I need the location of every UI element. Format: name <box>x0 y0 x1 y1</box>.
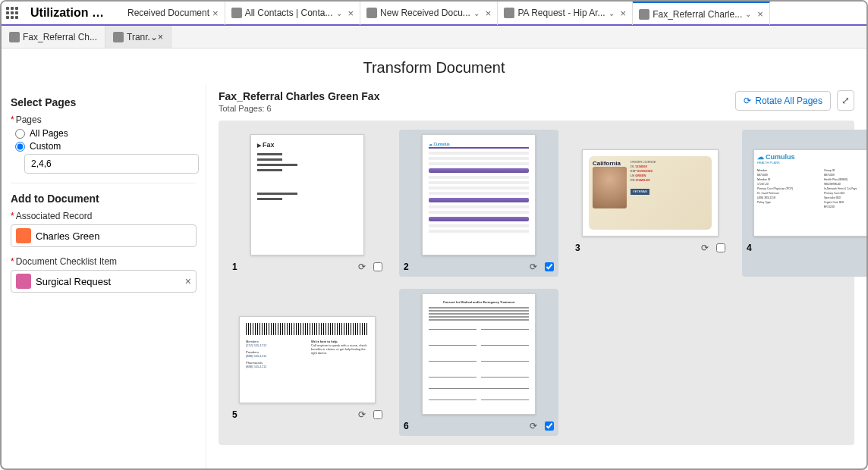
subtab-transform[interactable]: Tranr. ⌄ × <box>105 26 171 48</box>
account-icon <box>16 228 31 243</box>
page-thumbnail-3[interactable]: California DRIVER LICENSE DL 1234568 EXP… <box>571 130 730 277</box>
thumb-driver-license: California DRIVER LICENSE DL 1234568 EXP… <box>582 149 719 237</box>
rotate-icon[interactable]: ⟳ <box>358 409 366 420</box>
document-icon <box>639 9 649 20</box>
thumb-rx-card: Members (212) 555-1212 Providers (888) 5… <box>239 316 376 403</box>
chevron-down-icon[interactable]: ⌄ <box>473 9 480 17</box>
page-thumbnail-4[interactable]: Cumulus HEALTH PLANS MemberGroup ID 8875… <box>742 130 866 277</box>
chevron-down-icon[interactable]: ⌄ <box>609 9 615 17</box>
page-select-checkbox[interactable] <box>373 262 382 271</box>
associated-record-label: Associated Record <box>11 211 197 221</box>
add-to-document-heading: Add to Document <box>11 193 197 205</box>
close-icon[interactable]: × <box>757 8 763 20</box>
document-icon <box>9 32 20 42</box>
thumb-fax-cover: Fax <box>250 134 364 255</box>
page-number: 3 <box>575 243 580 253</box>
tab-pa-request[interactable]: PA Request - Hip Ar... ⌄ × <box>498 1 633 25</box>
rotate-icon[interactable]: ⟳ <box>530 262 537 272</box>
content-area: Fax_Referral Charles Green Fax Total Pag… <box>206 84 866 470</box>
page-select-checkbox[interactable] <box>545 262 554 271</box>
page-select-checkbox[interactable] <box>545 421 554 431</box>
tab-all-contacts[interactable]: All Contacts | Conta... ⌄ × <box>225 1 360 25</box>
tab-fax-referral[interactable]: Fax_Referral Charle... ⌄ × <box>633 1 770 25</box>
subtab-fax-referral[interactable]: Fax_Referral Ch... <box>2 26 105 48</box>
primary-tab-bar: Utilization Manage... Received Document … <box>2 2 866 26</box>
thumb-insurance-card: Cumulus HEALTH PLANS MemberGroup ID 8875… <box>753 149 866 237</box>
rotate-icon[interactable]: ⟳ <box>530 421 537 431</box>
custom-pages-input[interactable] <box>24 154 199 174</box>
sidebar: Select Pages Pages All Pages Custom Add … <box>2 84 206 470</box>
tab-new-received-doc[interactable]: New Received Docu... ⌄ × <box>360 1 498 25</box>
rotate-icon[interactable]: ⟳ <box>358 262 366 272</box>
contacts-icon <box>231 8 242 18</box>
page-number: 5 <box>232 409 237 420</box>
checklist-label: Document Checklist Item <box>11 256 197 267</box>
sub-tab-bar: Fax_Referral Ch... Tranr. ⌄ × <box>2 26 866 49</box>
checklist-icon <box>16 274 31 289</box>
rotate-icon[interactable]: ⟳ <box>701 243 709 253</box>
chevron-down-icon[interactable]: ⌄ <box>745 10 751 18</box>
rotate-all-pages-button[interactable]: ⟳ Rotate All Pages <box>735 91 831 111</box>
close-icon[interactable]: × <box>158 32 163 42</box>
tab-received-document[interactable]: Received Document × <box>121 1 225 25</box>
page-thumbnail-5[interactable]: Members (212) 555-1212 Providers (888) 5… <box>228 289 387 436</box>
thumb-referral-form: ☁ Cumulus <box>422 134 536 255</box>
page-number: 6 <box>404 421 409 431</box>
page-select-checkbox[interactable] <box>373 410 382 419</box>
document-title: Fax_Referral Charles Green Fax <box>219 90 379 102</box>
close-icon[interactable]: × <box>212 8 219 19</box>
thumb-consent-form: Consent for Medical and/or Emergency Tre… <box>422 293 536 415</box>
pages-label: Pages <box>11 114 197 125</box>
page-thumbnail-2[interactable]: ☁ Cumulus 2 ⟳ <box>399 130 558 277</box>
page-number: 2 <box>404 262 409 272</box>
app-name: Utilization Manage... <box>23 6 121 20</box>
page-select-checkbox[interactable] <box>716 243 725 252</box>
page-number: 1 <box>232 262 237 272</box>
page-title: Transform Document <box>2 49 866 84</box>
document-icon <box>113 32 124 42</box>
close-icon[interactable]: × <box>185 275 191 287</box>
radio-all-pages[interactable]: All Pages <box>15 128 197 139</box>
page-thumbnail-6[interactable]: Consent for Medical and/or Emergency Tre… <box>399 289 558 436</box>
rotate-icon: ⟳ <box>744 96 751 106</box>
close-icon[interactable]: × <box>486 8 492 19</box>
radio-custom[interactable]: Custom <box>15 141 197 152</box>
page-thumbnail-1[interactable]: Fax 1 ⟳ <box>228 130 387 277</box>
page-grid: Fax 1 ⟳ ☁ Cumulus <box>219 121 854 445</box>
associated-record-pill[interactable]: Charles Green <box>11 224 197 247</box>
chevron-down-icon[interactable]: ⌄ <box>336 9 342 17</box>
select-pages-heading: Select Pages <box>11 96 197 108</box>
page-number: 4 <box>747 243 752 253</box>
expand-icon[interactable]: ⤢ <box>837 90 854 111</box>
document-icon <box>504 8 514 18</box>
close-icon[interactable]: × <box>348 8 354 19</box>
total-pages-label: Total Pages: 6 <box>219 104 379 113</box>
app-launcher-icon[interactable] <box>2 2 23 24</box>
close-icon[interactable]: × <box>621 8 627 19</box>
document-icon <box>366 8 377 18</box>
checklist-item-pill[interactable]: Surgical Request × <box>11 270 197 293</box>
chevron-down-icon[interactable]: ⌄ <box>150 32 158 42</box>
